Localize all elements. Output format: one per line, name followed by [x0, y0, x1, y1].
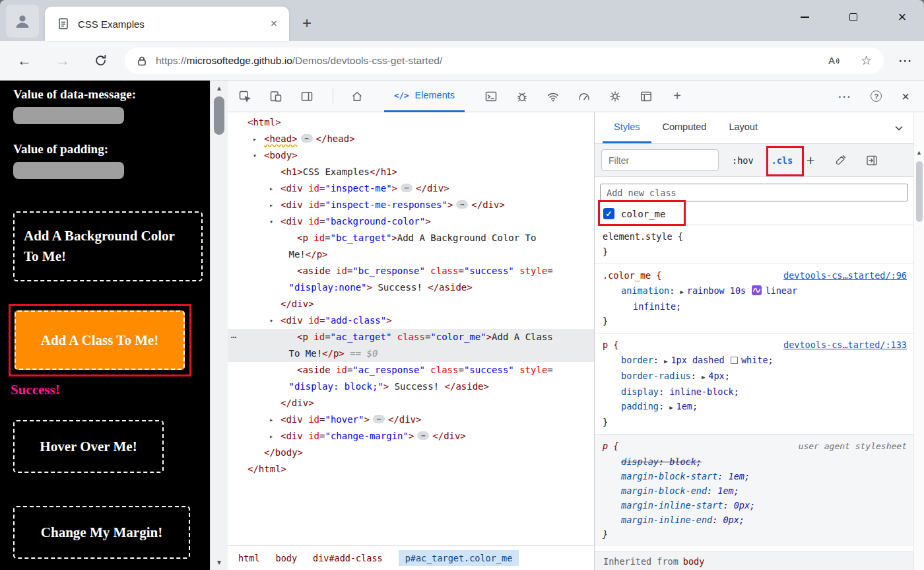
scroll-up-icon[interactable]: ▲ — [216, 85, 222, 92]
browser-tab[interactable]: CSS Examples × — [45, 7, 289, 41]
animation-editor-icon[interactable] — [752, 285, 762, 295]
browser-menu-icon[interactable]: ⋯ — [898, 53, 912, 69]
devtools-menu-icon[interactable]: ⋯ — [838, 90, 851, 103]
styles-filter-input[interactable] — [601, 149, 719, 171]
css-declaration[interactable]: animation: ▶rainbow 10s linear — [603, 283, 907, 299]
window-maximize-button[interactable] — [843, 7, 863, 27]
element-classes-button[interactable]: .cls — [766, 149, 799, 172]
tab-close-icon[interactable]: × — [267, 16, 281, 32]
open-quick-view-icon[interactable] — [866, 155, 878, 166]
debugger-panel-icon[interactable] — [515, 90, 529, 103]
window-minimize-button[interactable] — [795, 7, 814, 27]
css-declaration[interactable]: margin-block-end: 1em; — [603, 483, 907, 498]
color-swatch[interactable] — [731, 357, 738, 364]
dom-tree-line[interactable]: <h1>CSS Examples</h1> — [228, 164, 594, 180]
css-selector[interactable]: element.style { — [603, 229, 683, 244]
margin-button[interactable]: Change My Margin! — [13, 506, 190, 559]
ellipsis-expand-icon[interactable]: ⋯ — [301, 134, 313, 143]
css-declaration[interactable]: infinite; — [603, 299, 907, 314]
styles-panel-tab-layout[interactable]: Layout — [717, 112, 769, 143]
dom-tree-line[interactable]: ▾<div id="background-color"> — [228, 213, 594, 230]
help-icon[interactable]: ? — [871, 90, 882, 102]
dom-tree-line[interactable]: Me!</p> — [228, 246, 594, 263]
dom-tree-line[interactable]: ▾<div id="add-class"> — [228, 312, 594, 329]
dom-tree-line[interactable]: ▸<div id="inspect-me">⋯</div> — [228, 180, 594, 197]
dom-tree-line[interactable]: <aside id="ac_response" class="success" … — [228, 362, 594, 378]
ellipsis-expand-icon[interactable]: ⋯ — [456, 200, 468, 209]
ellipsis-expand-icon[interactable]: ⋯ — [401, 184, 412, 192]
stylesheet-link[interactable]: devtools-cs…started/:96 — [783, 267, 907, 283]
data-message-input[interactable] — [13, 107, 124, 124]
page-scrollbar[interactable]: ▲ ▼ — [210, 81, 228, 570]
scroll-up-icon[interactable]: ▲ — [916, 149, 922, 156]
dom-tree-line[interactable]: ⋯<p id="ac_target" class="color_me">Add … — [228, 329, 594, 345]
selected-node-handle[interactable]: ⋯ — [231, 329, 236, 345]
console-panel-icon[interactable] — [484, 90, 498, 103]
styles-scrollbar-thumb[interactable] — [916, 161, 923, 222]
chevron-down-icon[interactable] — [894, 123, 904, 133]
css-selector[interactable]: p { — [603, 438, 618, 454]
styles-panel-tab-computed[interactable]: Computed — [651, 112, 718, 143]
color-me-checkbox[interactable]: ✓ — [603, 208, 614, 219]
lock-icon[interactable] — [135, 54, 148, 67]
application-panel-icon[interactable] — [640, 90, 653, 103]
add-panel-icon[interactable]: + — [671, 90, 684, 103]
stylesheet-link[interactable]: devtools-cs…tarted/:133 — [783, 337, 907, 353]
window-close-button[interactable]: × — [892, 7, 912, 27]
profile-avatar[interactable] — [6, 5, 39, 38]
breadcrumb-item[interactable]: body — [276, 553, 298, 563]
tab-elements[interactable]: </> Elements — [384, 81, 465, 112]
dom-tree-line[interactable]: </div> — [228, 395, 594, 411]
memory-panel-icon[interactable] — [609, 90, 622, 103]
expand-arrow-icon[interactable]: ▸ — [269, 428, 273, 445]
add-class-button[interactable]: Add A Class To Me! — [15, 310, 185, 370]
dom-tree-line[interactable]: ▸<head>⋯</head> — [228, 131, 594, 147]
dom-tree-line[interactable]: "display:none"> Success! </aside> — [228, 279, 594, 296]
css-declaration[interactable]: display: inline-block; — [603, 384, 907, 399]
favorites-star-icon[interactable]: ☆ — [861, 53, 872, 68]
expand-arrow-icon[interactable]: ▸ — [269, 197, 273, 213]
expand-arrow-icon[interactable]: ▸ — [269, 180, 273, 197]
expand-shorthand-icon[interactable]: ▶ — [680, 289, 683, 295]
device-emulation-icon[interactable] — [269, 90, 282, 103]
css-declaration[interactable]: display: block; — [603, 454, 907, 469]
dom-tree-line[interactable]: ▸<div id="inspect-me-responses">⋯</div> — [228, 197, 594, 213]
dom-tree-line[interactable]: ▸<div id="hover">⋯</div> — [228, 411, 594, 428]
expand-shorthand-icon[interactable]: ▶ — [669, 404, 673, 411]
page-scrollbar-thumb[interactable] — [214, 96, 224, 135]
focus-mode-icon[interactable] — [300, 90, 314, 103]
styles-panel-tab-styles[interactable]: Styles — [603, 112, 651, 143]
css-declaration[interactable]: margin-block-start: 1em; — [603, 469, 907, 483]
dom-tree-line[interactable]: To Me!</p> == $0 — [228, 345, 594, 362]
welcome-home-icon[interactable] — [350, 90, 364, 103]
dom-tree-line[interactable]: ▸<div id="change-margin">⋯</div> — [228, 428, 594, 445]
expand-shorthand-icon[interactable]: ▶ — [702, 374, 705, 380]
dom-tree-line[interactable]: "display: block;"> Success! </aside> — [228, 378, 594, 395]
background-color-button[interactable]: Add A Background Color To Me! — [13, 211, 203, 281]
performance-panel-icon[interactable] — [578, 90, 591, 103]
dom-tree-line[interactable]: <p id="bc_target">Add A Background Color… — [228, 230, 594, 246]
css-declaration[interactable]: border-radius: ▶4px; — [603, 369, 907, 384]
dom-tree-line[interactable]: </div> — [228, 296, 594, 312]
new-tab-button[interactable]: + — [297, 13, 317, 33]
dom-tree-line[interactable]: <html> — [228, 114, 594, 131]
breadcrumb-item[interactable]: html — [238, 553, 260, 563]
css-selector[interactable]: p { — [603, 337, 618, 353]
breadcrumb-item[interactable]: div#add-class — [313, 553, 383, 563]
ellipsis-expand-icon[interactable]: ⋯ — [417, 431, 429, 440]
dom-tree-line[interactable]: </body> — [228, 445, 594, 461]
refresh-button[interactable] — [94, 53, 108, 67]
dom-tree-line[interactable]: ▾<body> — [228, 147, 594, 164]
hover-button[interactable]: Hover Over Me! — [13, 420, 164, 473]
collapse-arrow-icon[interactable]: ▾ — [269, 312, 273, 329]
expand-shorthand-icon[interactable]: ▶ — [664, 358, 667, 365]
inherited-target-link[interactable]: body — [683, 556, 705, 567]
padding-input[interactable] — [13, 162, 124, 179]
back-button[interactable]: ← — [17, 53, 32, 68]
breadcrumb-item[interactable]: p#ac_target.color_me — [399, 550, 519, 566]
css-declaration[interactable]: margin-inline-end: 0px; — [603, 513, 907, 527]
scroll-down-icon[interactable]: ▼ — [216, 559, 222, 566]
collapse-arrow-icon[interactable]: ▾ — [269, 213, 273, 230]
new-style-rule-button[interactable]: + — [807, 153, 814, 167]
css-declaration[interactable]: border: ▶1px dashed white; — [603, 353, 907, 369]
